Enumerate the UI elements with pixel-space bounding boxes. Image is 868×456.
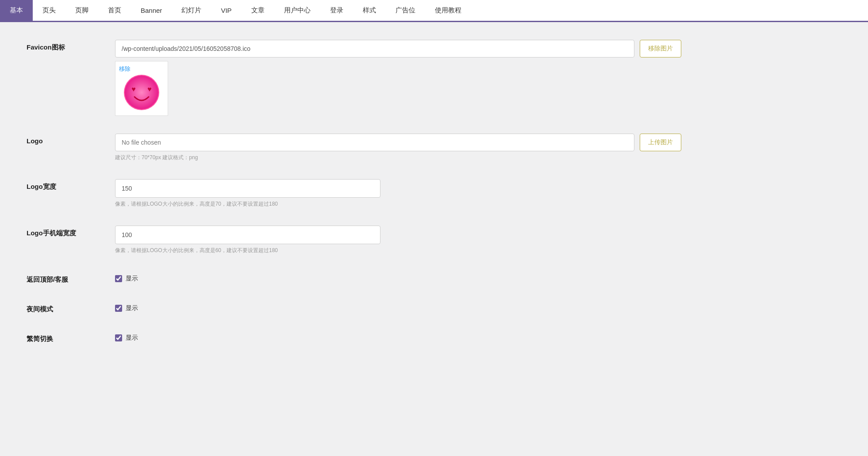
main-content: Favicon图标 移除图片 移除 [0,22,708,379]
logo-mobile-width-row: Logo手机端宽度 像素，请根据LOGO大小的比例来，高度是60，建议不要设置超… [27,226,681,254]
favicon-input[interactable] [115,40,634,57]
svg-text:♥: ♥ [147,85,152,93]
logo-label: Logo [27,134,115,145]
night-mode-row: 夜间模式 显示 [27,302,681,314]
tab-usercenter[interactable]: 用户中心 [274,0,320,21]
logo-mobile-width-input[interactable] [115,226,380,244]
favicon-remove-button[interactable]: 移除图片 [640,40,681,57]
night-mode-checkbox-row: 显示 [115,302,681,312]
tab-tutorial[interactable]: 使用教程 [425,0,471,21]
back-to-top-checkbox-row: 显示 [115,272,681,283]
lang-switch-checkbox[interactable] [115,334,122,341]
back-to-top-checkbox[interactable] [115,275,122,282]
logo-width-label: Logo宽度 [27,179,115,191]
lang-switch-row: 繁简切换 显示 [27,331,681,343]
logo-mobile-width-control: 像素，请根据LOGO大小的比例来，高度是60，建议不要设置超过180 [115,226,681,254]
lang-switch-checkbox-row: 显示 [115,331,681,342]
night-mode-control: 显示 [115,302,681,312]
lang-switch-check-label: 显示 [126,334,138,342]
logo-row: Logo 上传图片 建议尺寸：70*70px 建议格式：png [27,134,681,161]
lang-switch-label: 繁简切换 [27,331,115,343]
night-mode-checkbox[interactable] [115,305,122,312]
logo-input-row: 上传图片 [115,134,681,151]
favicon-preview-remove-link[interactable]: 移除 [119,65,164,73]
svg-point-0 [125,76,158,109]
tab-bar: 基本页头页脚首页Banner幻灯片VIP文章用户中心登录样式广告位使用教程 [0,0,868,22]
tab-ads[interactable]: 广告位 [386,0,425,21]
tab-vip[interactable]: VIP [211,0,241,21]
logo-width-control: 像素，请根据LOGO大小的比例来，高度是70，建议不要设置超过180 [115,179,681,208]
tab-home[interactable]: 首页 [98,0,131,21]
logo-mobile-width-hint: 像素，请根据LOGO大小的比例来，高度是60，建议不要设置超过180 [115,247,681,254]
back-to-top-control: 显示 [115,272,681,283]
favicon-input-row: 移除图片 [115,40,681,57]
favicon-label: Favicon图标 [27,40,115,52]
logo-control: 上传图片 建议尺寸：70*70px 建议格式：png [115,134,681,161]
tab-basic[interactable]: 基本 [0,0,33,21]
logo-upload-button[interactable]: 上传图片 [640,134,681,151]
logo-width-input[interactable] [115,179,380,198]
tab-login[interactable]: 登录 [320,0,353,21]
tab-banner[interactable]: Banner [131,0,172,21]
tab-footer[interactable]: 页脚 [65,0,98,21]
tab-header[interactable]: 页头 [33,0,65,21]
logo-hint: 建议尺寸：70*70px 建议格式：png [115,154,681,161]
logo-input[interactable] [115,134,634,151]
svg-text:♥: ♥ [131,85,136,93]
tab-slideshow[interactable]: 幻灯片 [172,0,211,21]
back-to-top-label: 返回顶部/客服 [27,272,115,284]
smiley-svg: ♥ ♥ [124,75,159,110]
favicon-row: Favicon图标 移除图片 移除 [27,40,681,116]
favicon-control: 移除图片 移除 ♥ [115,40,681,116]
night-mode-label: 夜间模式 [27,302,115,314]
night-mode-check-label: 显示 [126,304,138,312]
tab-style[interactable]: 样式 [353,0,386,21]
logo-width-row: Logo宽度 像素，请根据LOGO大小的比例来，高度是70，建议不要设置超过18… [27,179,681,208]
tab-article[interactable]: 文章 [242,0,274,21]
back-to-top-check-label: 显示 [126,275,138,283]
favicon-preview: 移除 ♥ ♥ [115,61,168,116]
logo-mobile-width-label: Logo手机端宽度 [27,226,115,238]
lang-switch-control: 显示 [115,331,681,342]
logo-width-hint: 像素，请根据LOGO大小的比例来，高度是70，建议不要设置超过180 [115,200,681,208]
favicon-emoji-image: ♥ ♥ [124,75,159,110]
back-to-top-row: 返回顶部/客服 显示 [27,272,681,284]
